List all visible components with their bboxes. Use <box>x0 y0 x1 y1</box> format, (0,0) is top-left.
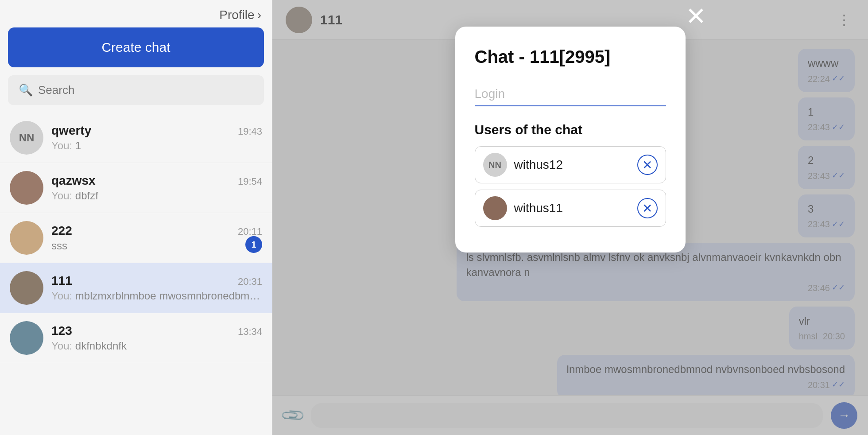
chat-name: qazwsx <box>51 174 96 188</box>
chat-name: 222 <box>51 224 72 238</box>
user-avatar: NN <box>483 153 507 177</box>
sidebar: Profile › Create chat 🔍 NN qwerty 19:43 … <box>0 0 272 435</box>
chat-name-row: 222 20:11 <box>51 224 262 238</box>
avatar <box>10 221 43 255</box>
chat-list: NN qwerty 19:43 You: 1 qazwsx 19:54 You:… <box>0 113 272 435</box>
search-input[interactable] <box>38 83 253 97</box>
preview-label: You: <box>51 140 75 151</box>
modal-overlay[interactable]: ✕ Chat - 111[2995] Users of the chat NN … <box>272 0 868 435</box>
user-remove-button[interactable]: ✕ <box>637 155 658 175</box>
chat-name: qwerty <box>51 124 91 138</box>
chat-item[interactable]: 111 20:31 You: mblzmxrblnmboe mwosmnbron… <box>0 263 272 313</box>
user-name: withus11 <box>514 201 630 215</box>
chat-name: 111 <box>51 274 72 288</box>
chat-item[interactable]: 222 20:11 sss 1 <box>0 213 272 263</box>
chat-time: 19:43 <box>238 126 262 137</box>
preview-label: You: <box>51 290 75 302</box>
chat-info: 111 20:31 You: mblzmxrblnmboe mwosmnbron… <box>51 274 262 302</box>
modal-close-button[interactable]: ✕ <box>680 0 712 32</box>
user-avatar <box>483 196 507 220</box>
avatar: NN <box>10 121 43 155</box>
preview-label: You: <box>51 340 75 352</box>
modal-user-item: NN withus12 ✕ <box>475 146 666 183</box>
chat-name-row: 123 13:34 <box>51 324 262 338</box>
chat-item[interactable]: 123 13:34 You: dkfnbkdnfk <box>0 313 272 363</box>
preview-label: You: <box>51 190 75 202</box>
user-remove-button[interactable]: ✕ <box>637 198 658 218</box>
search-icon: 🔍 <box>19 83 33 97</box>
avatar <box>10 271 43 305</box>
chat-name-row: qazwsx 19:54 <box>51 174 262 188</box>
chat-time: 20:11 <box>238 226 262 237</box>
modal: ✕ Chat - 111[2995] Users of the chat NN … <box>455 27 686 252</box>
search-bar[interactable]: 🔍 <box>8 75 264 105</box>
user-name: withus12 <box>514 158 630 172</box>
chat-info: 123 13:34 You: dkfnbkdnfk <box>51 324 262 352</box>
chat-name-row: 111 20:31 <box>51 274 262 288</box>
profile-link[interactable]: Profile › <box>219 8 261 22</box>
chat-info: 222 20:11 sss <box>51 224 262 252</box>
chat-time: 19:54 <box>238 176 262 187</box>
chat-name: 123 <box>51 324 72 338</box>
unread-badge: 1 <box>245 236 262 253</box>
modal-title: Chat - 111[2995] <box>475 46 666 67</box>
chat-time: 20:31 <box>238 276 262 287</box>
modal-users-section-title: Users of the chat <box>475 122 666 137</box>
chat-name-row: qwerty 19:43 <box>51 124 262 138</box>
chat-info: qazwsx 19:54 You: dbfzf <box>51 174 262 202</box>
chat-preview: You: mblzmxrblnmboe mwosmnbronedbmnod <box>51 290 262 302</box>
create-chat-button[interactable]: Create chat <box>8 27 264 67</box>
chat-preview: You: dkfnbkdnfk <box>51 340 262 352</box>
chevron-right-icon: › <box>257 8 261 22</box>
modal-login-input[interactable] <box>475 83 666 106</box>
modal-user-item: withus11 ✕ <box>475 190 666 227</box>
chat-preview: You: 1 <box>51 140 262 152</box>
chat-preview: sss <box>51 240 262 252</box>
chat-time: 13:34 <box>238 326 262 338</box>
profile-label: Profile <box>219 8 254 22</box>
chat-item[interactable]: qazwsx 19:54 You: dbfzf <box>0 163 272 213</box>
chat-info: qwerty 19:43 You: 1 <box>51 124 262 152</box>
avatar <box>10 171 43 205</box>
main-chat-area: 111 ⋮ wwww 22:24 ✓✓ 1 23:43 ✓✓ <box>272 0 868 435</box>
chat-preview: You: dbfzf <box>51 190 262 202</box>
modal-users-list: NN withus12 ✕ withus11 ✕ <box>475 146 666 227</box>
avatar <box>10 321 43 355</box>
profile-section: Profile › <box>0 0 272 27</box>
chat-item[interactable]: NN qwerty 19:43 You: 1 <box>0 113 272 163</box>
